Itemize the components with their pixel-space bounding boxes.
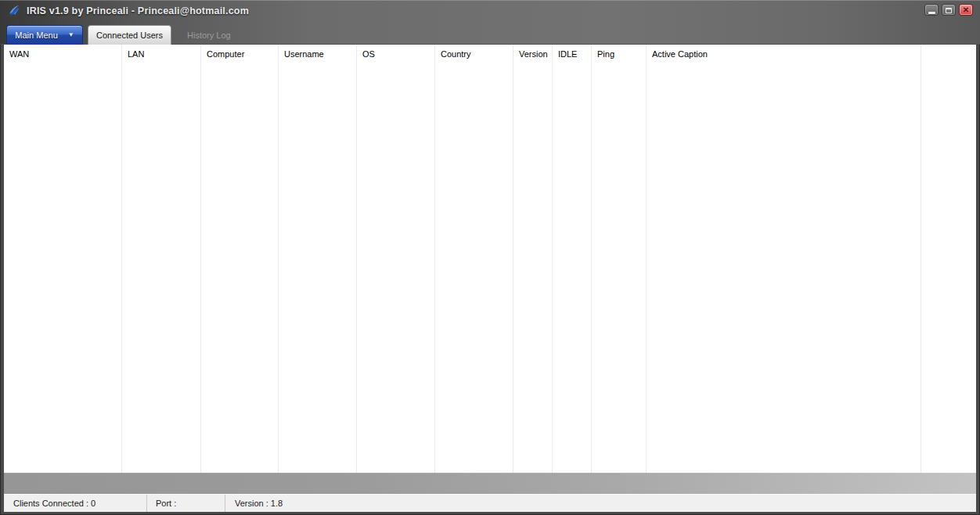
window-chrome: IRIS v1.9 by Princeali - Princeali@hotma… — [0, 0, 980, 45]
column-header-country[interactable]: Country — [435, 45, 513, 59]
app-window: IRIS v1.9 by Princeali - Princeali@hotma… — [0, 0, 980, 515]
connected-users-table: WAN LAN Computer Username OS Country Ver… — [4, 45, 976, 473]
app-bird-icon — [6, 4, 22, 20]
column-os: OS — [357, 45, 435, 473]
tab-history-log[interactable]: History Log — [186, 25, 232, 45]
close-icon: ✕ — [960, 5, 972, 15]
window-title: IRIS v1.9 by Princeali - Princeali@hotma… — [27, 5, 249, 16]
minimize-icon — [928, 12, 935, 14]
column-idle: IDLE — [553, 45, 592, 473]
maximize-icon — [946, 8, 952, 13]
status-clients-connected: Clients Connected : 0 — [4, 495, 147, 512]
minimize-button[interactable] — [924, 4, 939, 16]
column-computer: Computer — [201, 45, 279, 473]
tab-history-log-label: History Log — [187, 31, 231, 40]
chevron-down-icon: ▼ — [68, 32, 74, 38]
window-controls: ✕ — [924, 4, 973, 16]
status-port: Port : — [147, 495, 225, 512]
close-button[interactable]: ✕ — [959, 4, 973, 16]
tab-connected-users-label: Connected Users — [96, 31, 163, 40]
main-menu-label: Main Menu — [15, 31, 57, 40]
main-menu-button[interactable]: Main Menu ▼ — [6, 25, 83, 45]
column-ping: Ping — [592, 45, 647, 473]
column-country: Country — [435, 45, 513, 473]
horizontal-scrollbar[interactable] — [4, 473, 976, 494]
column-header-active-caption[interactable]: Active Caption — [647, 45, 921, 59]
column-username: Username — [279, 45, 357, 473]
column-header-lan[interactable]: LAN — [122, 45, 200, 59]
column-header-os[interactable]: OS — [357, 45, 434, 59]
status-bar: Clients Connected : 0 Port : Version : 1… — [4, 494, 976, 512]
column-version: Version — [513, 45, 553, 473]
titlebar[interactable]: IRIS v1.9 by Princeali - Princeali@hotma… — [0, 0, 980, 22]
column-header-computer[interactable]: Computer — [201, 45, 278, 59]
column-lan: LAN — [122, 45, 201, 473]
column-header-wan[interactable]: WAN — [4, 45, 121, 59]
maximize-button[interactable] — [942, 4, 956, 16]
column-active-caption: Active Caption — [647, 45, 921, 473]
column-header-username[interactable]: Username — [279, 45, 356, 59]
column-header-ping[interactable]: Ping — [592, 45, 646, 59]
column-filler — [921, 45, 976, 473]
column-header-idle[interactable]: IDLE — [553, 45, 591, 59]
tab-bar: Main Menu ▼ Connected Users History Log — [0, 22, 980, 45]
column-wan: WAN — [4, 45, 122, 473]
column-header-version[interactable]: Version — [513, 45, 552, 59]
status-version: Version : 1.8 — [225, 495, 283, 512]
tab-connected-users[interactable]: Connected Users — [88, 25, 171, 45]
